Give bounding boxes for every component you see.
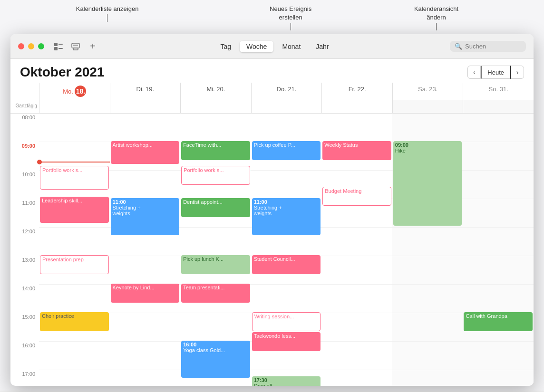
col-sunday: Call with Grandpa 19:00 <box>463 114 534 386</box>
add-event-button[interactable]: + <box>86 41 99 52</box>
all-day-mo <box>39 100 110 113</box>
all-day-sa <box>392 100 463 113</box>
col-monday: Portfolio work s... Leadership skill... … <box>39 114 110 386</box>
annotation-area: Kalenderliste anzeigen Neues Ereignisers… <box>0 0 544 34</box>
svg-rect-3 <box>58 48 63 49</box>
event-yoga[interactable]: 16:00Yoga class Gold... <box>181 341 250 378</box>
event-weekly-status[interactable]: Weekly Status <box>322 141 391 160</box>
event-choir[interactable]: Choir practice <box>40 312 109 331</box>
day-headers: Mo. 18. Di. 19. Mi. 20. Do. 21. Fr. 22. … <box>10 83 534 100</box>
header-spacer <box>10 83 39 100</box>
calendar-body: Mo. 18. Di. 19. Mi. 20. Do. 21. Fr. 22. … <box>10 83 534 386</box>
close-button[interactable] <box>18 43 24 49</box>
month-title: Oktober 2021 <box>20 65 104 80</box>
svg-rect-4 <box>72 43 79 48</box>
search-icon: 🔍 <box>455 43 462 50</box>
next-button[interactable]: › <box>511 66 524 79</box>
navigation-buttons: ‹ Heute › <box>467 66 524 79</box>
all-day-do <box>251 100 322 113</box>
time-labels: 08:00 09:00 10:00 11:00 12:00 13:00 14:0… <box>10 114 39 386</box>
maximize-button[interactable] <box>38 43 44 49</box>
current-time-line <box>39 162 110 163</box>
time-label-1400: 14:00 <box>10 285 39 313</box>
search-input[interactable] <box>465 43 521 50</box>
minimize-button[interactable] <box>28 43 34 49</box>
event-call-grandpa[interactable]: Call with Grandpa <box>464 312 533 331</box>
calendar-window: + Tag Woche Monat Jahr 🔍 Oktober 2021 ‹ … <box>10 34 534 386</box>
time-label-800: 08:00 <box>10 114 39 142</box>
time-label-1300: 13:00 <box>10 256 39 285</box>
col-saturday: 09:00Hike 19:00 19:00 <box>392 114 463 386</box>
time-label-1500: 15:00 <box>10 313 39 342</box>
time-label-1200: 12:00 <box>10 228 39 256</box>
event-presentation[interactable]: Presentation prep <box>40 255 109 274</box>
all-day-di <box>110 100 181 113</box>
prev-button[interactable]: ‹ <box>467 66 481 79</box>
svg-rect-5 <box>73 48 78 50</box>
event-keynote[interactable]: Keynote by Lind... <box>111 284 180 303</box>
time-scroll[interactable]: 08:00 09:00 10:00 11:00 12:00 13:00 14:0… <box>10 114 534 386</box>
day-header-fr: Fr. 22. <box>321 83 392 100</box>
svg-rect-1 <box>54 47 58 50</box>
col-friday: Weekly Status Budget Meeting <box>321 114 392 386</box>
event-team-presentation[interactable]: Team presentati... <box>181 284 250 303</box>
all-day-label: Ganztägig <box>10 100 39 113</box>
view-tabs: Tag Woche Monat Jahr <box>105 41 444 52</box>
search-box[interactable]: 🔍 <box>450 41 526 52</box>
day-header-do: Do. 21. <box>251 83 322 100</box>
annotation-kalender: Kalenderliste anzeigen <box>76 5 139 30</box>
traffic-lights <box>18 43 44 49</box>
svg-rect-0 <box>54 43 58 46</box>
day-header-mo: Mo. 18. <box>39 83 110 100</box>
titlebar: + Tag Woche Monat Jahr 🔍 <box>10 34 534 59</box>
event-taekwondo[interactable]: Taekwondo less... <box>252 332 321 351</box>
time-label-900: 09:00 <box>10 142 39 171</box>
toolbar-icons: + <box>52 41 99 52</box>
inbox-button[interactable] <box>69 41 82 52</box>
annotation-ansicht: Kalenderansichtändern <box>414 5 458 30</box>
annotation-neues: Neues Ereigniserstellen <box>270 5 311 30</box>
time-label-1700: 17:00 <box>10 370 39 386</box>
day-header-sa: Sa. 23. <box>392 83 463 100</box>
event-dentist[interactable]: Dentist appoint... <box>181 198 250 217</box>
calendar-list-button[interactable] <box>52 41 65 52</box>
event-portfolio-mi[interactable]: Portfolio work s... <box>181 166 250 185</box>
time-label-1000: 10:00 <box>10 171 39 199</box>
tab-tag[interactable]: Tag <box>214 41 238 52</box>
event-artist[interactable]: Artist workshop... <box>111 141 180 164</box>
event-portfolio-mo[interactable]: Portfolio work s... <box>40 166 109 190</box>
current-time-dot <box>37 160 42 164</box>
time-grid: 08:00 09:00 10:00 11:00 12:00 13:00 14:0… <box>10 114 534 386</box>
tab-monat[interactable]: Monat <box>275 41 307 52</box>
all-day-so <box>463 100 534 113</box>
day-header-di: Di. 19. <box>110 83 181 100</box>
all-day-row: Ganztägig <box>10 100 534 114</box>
event-student-council[interactable]: Student Council... <box>252 255 321 274</box>
today-badge: 18. <box>75 86 86 97</box>
col-wednesday: FaceTime with... Portfolio work s... Den… <box>180 114 251 386</box>
calendar-header: Oktober 2021 ‹ Heute › <box>10 59 534 83</box>
event-pickup-lunch[interactable]: Pick up lunch K... <box>181 255 250 274</box>
svg-rect-2 <box>58 44 63 45</box>
day-header-so: So. 31. <box>463 83 534 100</box>
event-writing[interactable]: Writing session... <box>252 312 321 331</box>
event-facetime[interactable]: FaceTime with... <box>181 141 250 160</box>
event-hike[interactable]: 09:00Hike <box>393 141 462 226</box>
event-stretching-do[interactable]: 11:00Stretching +weights <box>252 198 321 235</box>
col-tuesday: Artist workshop... 11:00Stretching +weig… <box>110 114 181 386</box>
event-stretching-di[interactable]: 11:00Stretching +weights <box>111 198 180 235</box>
event-dropoff[interactable]: 17:30Drop offGrandma... <box>252 376 321 386</box>
all-day-mi <box>180 100 251 113</box>
today-button[interactable]: Heute <box>481 66 511 79</box>
time-label-1600: 16:00 <box>10 342 39 370</box>
event-budget[interactable]: Budget Meeting <box>322 187 391 206</box>
tab-jahr[interactable]: Jahr <box>309 41 335 52</box>
all-day-fr <box>321 100 392 113</box>
tab-woche[interactable]: Woche <box>240 41 273 52</box>
event-leadership[interactable]: Leadership skill... <box>40 197 109 223</box>
event-pickup-coffee[interactable]: Pick up coffee P... <box>252 141 321 160</box>
time-label-1100: 11:00 <box>10 199 39 228</box>
day-header-mi: Mi. 20. <box>180 83 251 100</box>
col-thursday: Pick up coffee P... 11:00Stretching +wei… <box>251 114 322 386</box>
